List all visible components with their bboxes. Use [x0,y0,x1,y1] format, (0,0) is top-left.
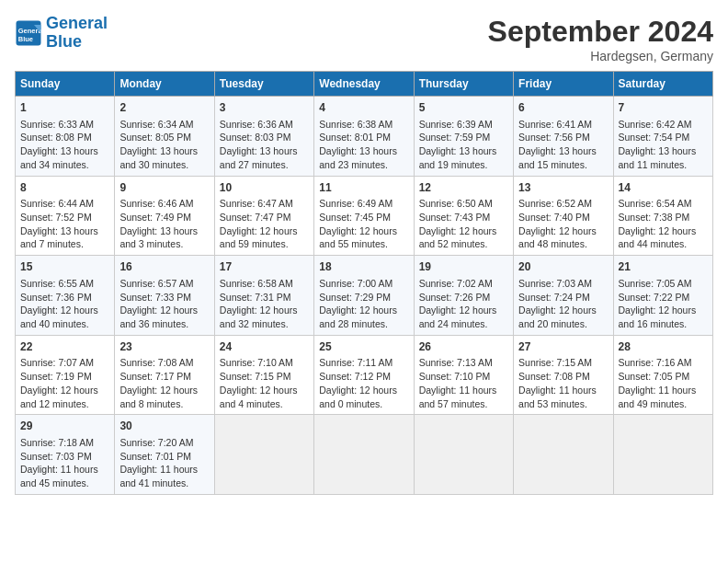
sunrise-text: Sunrise: 6:34 AM [119,119,193,130]
daylight-text: Daylight: 11 hours and 49 minutes. [619,385,697,409]
daylight-text: Daylight: 12 hours and 20 minutes. [518,304,597,329]
sunset-text: Sunset: 7:49 PM [119,212,191,223]
calendar-cell: 11Sunrise: 6:49 AMSunset: 7:45 PMDayligh… [314,176,414,256]
sunrise-text: Sunrise: 6:49 AM [319,198,392,209]
sunset-text: Sunset: 7:12 PM [319,371,391,382]
sunset-text: Sunset: 8:08 PM [20,132,92,143]
calendar-cell: 26Sunrise: 7:13 AMSunset: 7:10 PMDayligh… [414,335,513,415]
sunrise-text: Sunrise: 6:33 AM [20,119,94,130]
sunrise-text: Sunrise: 7:05 AM [619,278,692,289]
day-number: 19 [419,259,508,275]
sunset-text: Sunset: 7:43 PM [419,212,491,223]
calendar-cell: 14Sunrise: 6:54 AMSunset: 7:38 PMDayligh… [613,176,712,256]
calendar-cell: 28Sunrise: 7:16 AMSunset: 7:05 PMDayligh… [613,335,712,415]
calendar-cell: 29Sunrise: 7:18 AMSunset: 7:03 PMDayligh… [16,415,115,495]
calendar-cell: 9Sunrise: 6:46 AMSunset: 7:49 PMDaylight… [115,176,214,256]
header-wednesday: Wednesday [314,72,414,97]
sunset-text: Sunset: 7:56 PM [518,132,590,143]
day-number: 28 [619,339,708,355]
daylight-text: Daylight: 12 hours and 40 minutes. [20,304,98,329]
calendar-week-row: 15Sunrise: 6:55 AMSunset: 7:36 PMDayligh… [16,256,713,336]
daylight-text: Daylight: 11 hours and 45 minutes. [20,464,98,488]
sunset-text: Sunset: 7:31 PM [220,292,291,303]
calendar-cell [613,415,712,495]
daylight-text: Daylight: 12 hours and 55 minutes. [319,225,397,250]
calendar-cell: 22Sunrise: 7:07 AMSunset: 7:19 PMDayligh… [16,335,115,415]
sunrise-text: Sunrise: 7:13 AM [419,357,493,368]
day-number: 13 [518,180,608,196]
sunrise-text: Sunrise: 6:54 AM [619,198,692,209]
header-thursday: Thursday [414,72,513,97]
calendar-cell: 18Sunrise: 7:00 AMSunset: 7:29 PMDayligh… [314,256,414,336]
calendar-week-row: 29Sunrise: 7:18 AMSunset: 7:03 PMDayligh… [16,415,713,495]
calendar-cell: 23Sunrise: 7:08 AMSunset: 7:17 PMDayligh… [115,335,214,415]
calendar-cell: 7Sunrise: 6:42 AMSunset: 7:54 PMDaylight… [613,97,712,177]
sunrise-text: Sunrise: 6:39 AM [419,119,493,130]
sunrise-text: Sunrise: 6:46 AM [119,198,193,209]
sunset-text: Sunset: 7:17 PM [119,371,191,382]
calendar-week-row: 22Sunrise: 7:07 AMSunset: 7:19 PMDayligh… [16,335,713,415]
sunset-text: Sunset: 7:03 PM [20,451,92,462]
sunset-text: Sunset: 7:45 PM [319,212,391,223]
day-number: 22 [20,339,109,355]
location: Hardegsen, Germany [488,49,713,63]
calendar-cell: 4Sunrise: 6:38 AMSunset: 8:01 PMDaylight… [314,97,414,177]
day-number: 26 [419,339,508,355]
calendar-cell: 21Sunrise: 7:05 AMSunset: 7:22 PMDayligh… [613,256,712,336]
sunset-text: Sunset: 7:10 PM [419,371,491,382]
day-number: 8 [20,180,109,196]
daylight-text: Daylight: 12 hours and 36 minutes. [119,304,198,329]
day-number: 27 [518,339,608,355]
svg-text:Blue: Blue [18,35,33,43]
sunset-text: Sunset: 7:05 PM [619,371,690,382]
day-number: 23 [119,339,209,355]
calendar-cell [414,415,513,495]
daylight-text: Daylight: 12 hours and 44 minutes. [619,225,697,250]
daylight-text: Daylight: 12 hours and 32 minutes. [220,304,298,329]
calendar-cell: 12Sunrise: 6:50 AMSunset: 7:43 PMDayligh… [414,176,513,256]
calendar-week-row: 8Sunrise: 6:44 AMSunset: 7:52 PMDaylight… [16,176,713,256]
daylight-text: Daylight: 12 hours and 59 minutes. [220,225,298,250]
day-number: 16 [119,259,209,275]
calendar-cell: 24Sunrise: 7:10 AMSunset: 7:15 PMDayligh… [214,335,313,415]
sunrise-text: Sunrise: 7:10 AM [220,357,293,368]
daylight-text: Daylight: 11 hours and 53 minutes. [518,385,597,409]
calendar-cell: 10Sunrise: 6:47 AMSunset: 7:47 PMDayligh… [214,176,313,256]
day-number: 17 [220,259,309,275]
sunset-text: Sunset: 7:36 PM [20,292,92,303]
sunset-text: Sunset: 7:19 PM [20,371,92,382]
logo: General Blue General Blue [15,15,108,52]
logo-icon: General Blue [15,19,42,47]
calendar-cell: 8Sunrise: 6:44 AMSunset: 7:52 PMDaylight… [16,176,115,256]
day-number: 11 [319,180,408,196]
calendar-cell: 15Sunrise: 6:55 AMSunset: 7:36 PMDayligh… [16,256,115,336]
day-number: 20 [518,259,608,275]
sunset-text: Sunset: 7:24 PM [518,292,590,303]
sunrise-text: Sunrise: 7:15 AM [518,357,592,368]
day-number: 29 [20,419,109,434]
sunrise-text: Sunrise: 6:50 AM [419,198,493,209]
day-number: 10 [220,180,309,196]
calendar-cell: 3Sunrise: 6:36 AMSunset: 8:03 PMDaylight… [214,97,313,177]
sunrise-text: Sunrise: 7:18 AM [20,437,94,448]
calendar-cell: 5Sunrise: 6:39 AMSunset: 7:59 PMDaylight… [414,97,513,177]
daylight-text: Daylight: 12 hours and 4 minutes. [220,385,298,409]
daylight-text: Daylight: 11 hours and 41 minutes. [119,464,198,488]
calendar-cell: 20Sunrise: 7:03 AMSunset: 7:24 PMDayligh… [514,256,613,336]
sunrise-text: Sunrise: 6:38 AM [319,119,392,130]
daylight-text: Daylight: 13 hours and 19 minutes. [419,145,497,170]
sunset-text: Sunset: 7:52 PM [20,212,92,223]
sunset-text: Sunset: 8:03 PM [220,132,291,143]
calendar-cell [214,415,313,495]
sunrise-text: Sunrise: 7:02 AM [419,278,493,289]
sunrise-text: Sunrise: 7:07 AM [20,357,94,368]
day-number: 1 [20,100,109,116]
header-tuesday: Tuesday [214,72,313,97]
daylight-text: Daylight: 13 hours and 23 minutes. [319,145,397,170]
daylight-text: Daylight: 13 hours and 27 minutes. [220,145,298,170]
calendar-cell: 2Sunrise: 6:34 AMSunset: 8:05 PMDaylight… [115,97,214,177]
day-number: 30 [119,419,209,434]
calendar-cell [314,415,414,495]
day-number: 12 [419,180,508,196]
calendar-cell: 17Sunrise: 6:58 AMSunset: 7:31 PMDayligh… [214,256,313,336]
